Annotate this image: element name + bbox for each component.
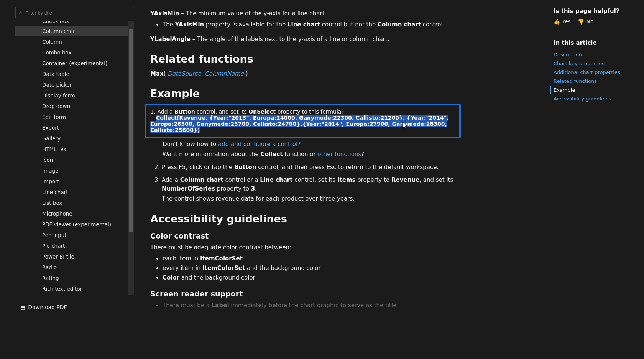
example-step-2: Press F5, click or tap the Button contro…	[162, 163, 461, 172]
nav-item[interactable]: Container (experimental)	[15, 58, 134, 69]
selected-example-step: 1. Add a Button control, and set its OnS…	[145, 104, 461, 138]
filter-box[interactable]: ⎚	[15, 7, 134, 18]
toc-link-example[interactable]: Example	[550, 86, 623, 94]
nav-item[interactable]: Rich text editor	[15, 283, 134, 294]
toc-link-related-functions[interactable]: Related functions	[554, 77, 623, 86]
related-functions-heading: Related functions	[150, 53, 461, 65]
nav-item[interactable]: Power BI tile	[15, 251, 134, 262]
toc-list: Description Chart key properties Additio…	[554, 50, 623, 103]
max-function-link[interactable]: Max( DataSource, ColumnName )	[150, 69, 461, 78]
nav-item[interactable]: Combo box	[15, 47, 134, 58]
helpful-question: Is this page helpful?	[554, 8, 623, 15]
in-this-article-heading: In this article	[554, 40, 623, 46]
nav-item[interactable]: Screen	[15, 294, 134, 295]
nav-item[interactable]: PDF viewer (experimental)	[15, 219, 134, 230]
screen-reader-heading: Screen reader support	[150, 290, 461, 298]
ylabelangle-definition: YLabelAngle – The angle of the labels ne…	[150, 35, 461, 44]
step-number: 1.	[150, 109, 156, 115]
nav-item[interactable]: Drop down	[15, 101, 134, 112]
toc-link-additional-chart-properties[interactable]: Additional chart properties	[554, 68, 623, 77]
scrollbar-thumb[interactable]	[129, 29, 133, 232]
nav-item[interactable]: Column	[15, 36, 134, 47]
example-step-3: Add a Column chart control or a Line cha…	[162, 176, 461, 204]
nav-item[interactable]: Check box	[15, 21, 134, 26]
nav-scroll: Check box Column chart Column Combo box …	[15, 21, 134, 295]
nav-item[interactable]: List box	[15, 198, 134, 208]
filter-input[interactable]	[25, 10, 131, 16]
nav-item[interactable]: Export	[15, 122, 134, 133]
main-content: YAxisMin – The minimum value of the y-ax…	[150, 0, 461, 359]
nav-list: Check box Column chart Column Combo box …	[15, 21, 134, 295]
download-pdf-button[interactable]: ⬒ Download PDF	[15, 302, 134, 313]
nav-item[interactable]: Image	[15, 165, 134, 176]
nav-item[interactable]: Pen input	[15, 230, 134, 240]
helpful-yes-button[interactable]: 👍 Yes	[554, 18, 571, 25]
color-contrast-heading: Color contrast	[150, 232, 461, 240]
color-contrast-intro: There must be adequate color contrast be…	[150, 243, 461, 252]
nav-item[interactable]: Pie chart	[15, 240, 134, 251]
screen-reader-item: There must be a Label immediately before…	[163, 301, 461, 310]
nav-item[interactable]: Icon	[15, 155, 134, 165]
selected-formula-text[interactable]: Collect(Revenue, {Year:"2013", Europa:24…	[150, 115, 449, 133]
toc-link-accessibility-guidelines[interactable]: Accessibility guidelines	[554, 94, 623, 103]
nav-item[interactable]: Radio	[15, 262, 134, 273]
nav-item[interactable]: Display form	[15, 90, 134, 101]
contrast-item-3: Color and the background color	[163, 273, 461, 282]
no-label: No	[586, 18, 593, 25]
download-icon: ⬒	[21, 305, 25, 310]
thumbs-down-icon: 👎	[578, 18, 584, 25]
contrast-item-2: every item in ItemColorSet and the backg…	[163, 264, 461, 273]
nav-item[interactable]: HTML text	[15, 144, 134, 155]
left-sidebar: ⎚ Check box Column chart Column Combo bo…	[15, 7, 134, 352]
yaxismin-definition: YAxisMin – The minimum value of the y-ax…	[150, 9, 461, 18]
thumbs-up-icon: 👍	[554, 18, 560, 25]
nav-item[interactable]: Import	[15, 176, 134, 187]
example-heading: Example	[150, 87, 461, 99]
add-configure-hint: Don't know how to add and configure a co…	[163, 140, 461, 149]
nav-item[interactable]: Data table	[15, 69, 134, 79]
toc-link-description[interactable]: Description	[554, 50, 623, 59]
nav-item[interactable]: Gallery	[15, 133, 134, 144]
toc-link-chart-key-properties[interactable]: Chart key properties	[554, 59, 623, 68]
nav-item[interactable]: Line chart	[15, 187, 134, 198]
nav-item-column-chart[interactable]: Column chart	[15, 26, 134, 36]
scrollbar-track[interactable]	[128, 21, 134, 295]
helpful-no-button[interactable]: 👎 No	[578, 18, 593, 25]
collect-link[interactable]: Collect	[261, 151, 283, 158]
right-sidebar: Is this page helpful? 👍 Yes 👎 No In this…	[554, 8, 623, 103]
other-functions-link[interactable]: other functions	[317, 151, 361, 158]
nav-item[interactable]: Rating	[15, 273, 134, 283]
collect-hint: Want more information about the Collect …	[163, 150, 461, 159]
contrast-item-1: each item in ItemColorSet	[163, 254, 461, 263]
nav-item[interactable]: Microphone	[15, 208, 134, 219]
accessibility-heading: Accessibility guidelines	[150, 213, 461, 225]
add-configure-control-link[interactable]: add and configure a control	[218, 141, 297, 148]
filter-icon: ⎚	[19, 10, 21, 15]
nav-item[interactable]: Date picker	[15, 79, 134, 90]
nav-item[interactable]: Edit form	[15, 112, 134, 122]
yaxismin-note: The YAxisMin property is available for t…	[163, 20, 461, 29]
color-property-link[interactable]: Color	[163, 274, 179, 281]
yes-label: Yes	[562, 18, 571, 25]
step-3-result: The control shows revenue data for each …	[162, 194, 461, 203]
download-pdf-label: Download PDF	[28, 304, 67, 310]
